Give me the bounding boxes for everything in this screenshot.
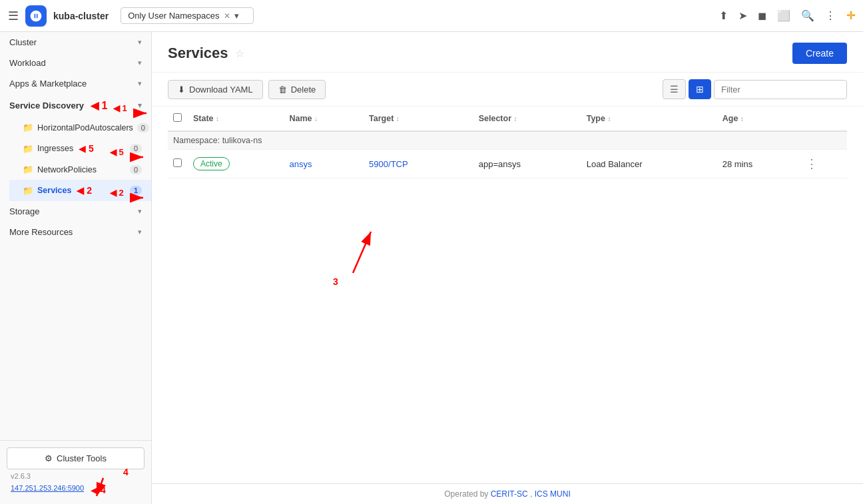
terminal-icon[interactable]: ➤ <box>738 9 747 22</box>
status-badge: Active <box>193 157 230 170</box>
type-column-header[interactable]: Type ↕ <box>581 107 717 131</box>
selector-column-header[interactable]: Selector ↕ <box>473 107 581 131</box>
search-icon[interactable]: 🔍 <box>801 9 814 22</box>
sidebar-section-service-discovery: Service Discovery ◀ 1 ▾ 📁 HorizontalPodA… <box>0 94 151 201</box>
download-icon: ⬇ <box>178 85 185 95</box>
grid-view-button[interactable]: ⊞ <box>689 79 711 99</box>
services-label: Services <box>37 186 71 195</box>
cerit-sc-link[interactable]: CERIT-SC <box>491 489 528 499</box>
delete-button[interactable]: 🗑 Delete <box>268 80 326 99</box>
age-sort-icon: ↕ <box>740 115 744 123</box>
target-link[interactable]: 5900/TCP <box>369 159 408 169</box>
age-value: 28 mins <box>722 159 753 169</box>
list-view-button[interactable]: ☰ <box>663 79 686 99</box>
select-all-header[interactable] <box>168 107 188 131</box>
image-icon[interactable]: ⬜ <box>777 9 790 22</box>
ip-address[interactable]: 147.251.253.246:5900 <box>7 483 88 497</box>
folder-icon-services: 📁 <box>23 186 33 196</box>
delete-label: Delete <box>291 85 316 95</box>
upload-icon[interactable]: ⬆ <box>719 9 728 22</box>
filter-input[interactable] <box>714 80 847 99</box>
select-all-checkbox[interactable] <box>173 113 182 122</box>
cluster-tools-button[interactable]: ⚙ Cluster Tools <box>7 447 144 469</box>
age-column-header[interactable]: Age ↕ <box>717 107 801 131</box>
namespace-group-row: Namespace: tulikova-ns <box>168 131 847 150</box>
folder-icon-hpa: 📁 <box>23 123 33 132</box>
sidebar-item-services[interactable]: 📁 Services ◀ 2 1 <box>9 180 151 201</box>
apps-chevron: ▾ <box>138 79 142 88</box>
target-sort-icon: ↕ <box>396 115 400 123</box>
main-content: Services ☆ Create ⬇ Download YAML 🗑 Dele… <box>152 32 863 504</box>
sidebar-item-service-discovery[interactable]: Service Discovery ◀ 1 ▾ <box>0 94 151 117</box>
hpa-label: HorizontalPodAutoscalers <box>37 123 133 132</box>
gear-icon: ⚙ <box>45 453 53 463</box>
toolbar-right: ☰ ⊞ <box>663 79 847 99</box>
muni-link[interactable]: MUNI <box>550 489 571 499</box>
selector-value: app=ansys <box>479 159 521 169</box>
trash-icon: 🗑 <box>278 85 287 95</box>
type-sort-icon: ↕ <box>607 115 611 123</box>
create-button[interactable]: Create <box>792 43 847 64</box>
download-yaml-button[interactable]: ⬇ Download YAML <box>168 80 263 99</box>
folder-icon-network-policies: 📁 <box>23 164 33 174</box>
sidebar-item-apps[interactable]: Apps & Marketplace ▾ <box>0 73 151 94</box>
storage-label: Storage <box>9 206 40 216</box>
topbar: ☰ kuba-cluster Only User Namespaces ✕ ▾ … <box>0 0 863 32</box>
more-resources-chevron: ▾ <box>138 228 142 236</box>
rancher-icon: ✛ <box>846 9 855 22</box>
target-cell: 5900/TCP <box>364 150 473 178</box>
state-column-header[interactable]: State ↕ <box>188 107 284 131</box>
sidebar-item-storage[interactable]: Storage ▾ <box>0 201 151 222</box>
sidebar-bottom: ⚙ Cluster Tools v2.6.3 147.251.253.246:5… <box>0 440 151 504</box>
storage-chevron: ▾ <box>138 207 142 216</box>
row-actions-icon[interactable]: ⋮ <box>806 157 818 170</box>
actions-column-header <box>800 107 847 131</box>
service-name-link[interactable]: ansys <box>289 159 312 169</box>
sidebar-item-network-policies[interactable]: 📁 NetworkPolicies 0 <box>9 159 151 180</box>
service-discovery-label: Service Discovery <box>9 101 84 111</box>
sidebar-item-cluster[interactable]: Cluster ▾ <box>0 32 151 53</box>
name-sort-icon: ↓ <box>314 115 318 123</box>
sidebar-item-ingresses[interactable]: 📁 Ingresses ◀ 5 0 <box>9 138 151 159</box>
copy-icon[interactable]: ◼ <box>758 9 766 22</box>
annotation-arrow-1: ◀ 1 <box>91 99 107 112</box>
ingresses-label: Ingresses <box>37 144 73 153</box>
target-column-header[interactable]: Target ↕ <box>364 107 473 131</box>
row-checkbox[interactable] <box>173 158 182 167</box>
sidebar-section-more-resources: More Resources ▾ <box>0 222 151 242</box>
row-actions-cell[interactable]: ⋮ <box>800 150 847 178</box>
hamburger-icon[interactable]: ☰ <box>8 9 19 23</box>
workload-label: Workload <box>9 58 46 68</box>
sidebar-section-cluster: Cluster ▾ <box>0 32 151 53</box>
type-value: Load Balancer <box>587 159 643 169</box>
sidebar-item-hpa[interactable]: 📁 HorizontalPodAutoscalers 0 <box>9 117 151 138</box>
name-column-header[interactable]: Name ↓ <box>284 107 364 131</box>
footer: Operated by CERIT-SC , ICS MUNI <box>152 483 863 504</box>
selector-label: Selector <box>479 114 511 123</box>
namespace-filter-close[interactable]: ✕ <box>224 11 230 21</box>
page-title: Services <box>168 45 228 62</box>
services-badge: 1 <box>130 186 142 195</box>
ics-link[interactable]: ICS <box>535 489 548 499</box>
hpa-badge: 0 <box>137 123 149 132</box>
footer-comma: , <box>530 489 535 499</box>
star-icon[interactable]: ☆ <box>235 47 244 60</box>
network-policies-label: NetworkPolicies <box>37 165 97 174</box>
network-policies-badge: 0 <box>130 165 142 174</box>
age-label: Age <box>722 114 738 123</box>
namespace-filter[interactable]: Only User Namespaces ✕ ▾ <box>121 7 254 24</box>
topbar-actions: ⬆ ➤ ◼ ⬜ 🔍 ⋮ ✛ <box>719 9 855 22</box>
cluster-tools-label: Cluster Tools <box>57 453 107 463</box>
sidebar-section-workload: Workload ▾ <box>0 53 151 73</box>
row-checkbox-cell[interactable] <box>168 150 188 178</box>
sidebar-item-more-resources[interactable]: More Resources ▾ <box>0 222 151 242</box>
ip-row: 147.251.253.246:5900 ◀ 4 <box>7 483 144 497</box>
sidebar: Cluster ▾ Workload ▾ Apps & Marketplace … <box>0 32 152 504</box>
state-cell: Active <box>188 150 284 178</box>
state-sort-icon: ↕ <box>216 115 219 123</box>
selector-sort-icon: ↕ <box>514 115 517 123</box>
toolbar: ⬇ Download YAML 🗑 Delete ☰ ⊞ <box>152 73 863 107</box>
sidebar-section-apps: Apps & Marketplace ▾ <box>0 73 151 94</box>
sidebar-item-workload[interactable]: Workload ▾ <box>0 53 151 73</box>
more-icon[interactable]: ⋮ <box>825 9 836 22</box>
